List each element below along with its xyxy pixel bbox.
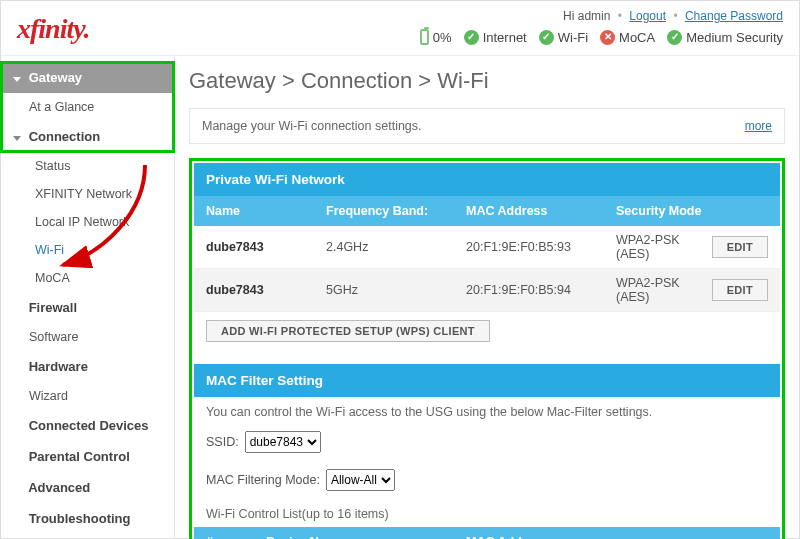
- sidebar-group-connection[interactable]: Connection: [1, 121, 174, 152]
- col-name: Name: [206, 204, 326, 218]
- status-wifi: Wi-Fi: [558, 30, 588, 45]
- sidebar-label: Advanced: [28, 480, 90, 495]
- add-wps-client-button[interactable]: ADD WI-FI PROTECTED SETUP (WPS) CLIENT: [206, 320, 490, 342]
- sidebar-label: Parental Control: [29, 449, 130, 464]
- edit-button[interactable]: EDIT: [712, 279, 768, 301]
- status-security: Medium Security: [686, 30, 783, 45]
- logout-link[interactable]: Logout: [629, 9, 666, 23]
- chevron-right-icon: [13, 453, 21, 461]
- chevron-down-icon: [13, 77, 21, 82]
- ssid-label: SSID:: [206, 435, 239, 449]
- panel-title-private-wifi: Private Wi-Fi Network: [194, 163, 780, 196]
- brand-logo: xfinity.: [17, 13, 90, 45]
- sidebar-item-local-ip[interactable]: Local IP Network: [1, 208, 174, 236]
- sidebar-group-connected-devices[interactable]: Connected Devices: [1, 410, 174, 441]
- control-list-label: Wi-Fi Control List(up to 16 items): [194, 499, 780, 525]
- cell-freq: 2.4GHz: [326, 240, 466, 254]
- chevron-down-icon: [13, 136, 21, 141]
- col-freq: Frequency Band:: [326, 204, 466, 218]
- check-icon: ✓: [667, 30, 682, 45]
- cell-name: dube7843: [206, 283, 326, 297]
- help-text: Manage your Wi-Fi connection settings.: [202, 119, 422, 133]
- check-icon: ✓: [464, 30, 479, 45]
- chevron-right-icon: [13, 363, 21, 371]
- sidebar-item-xfinity-network[interactable]: XFINITY Network: [1, 180, 174, 208]
- sidebar-group-gateway[interactable]: Gateway: [1, 62, 174, 93]
- x-icon: ✕: [600, 30, 615, 45]
- sidebar-group-troubleshooting[interactable]: Troubleshooting: [1, 503, 174, 534]
- more-link[interactable]: more: [745, 119, 772, 133]
- sidebar-item-at-a-glance[interactable]: At a Glance: [1, 93, 174, 121]
- ssid-select[interactable]: dube7843: [245, 431, 321, 453]
- cell-freq: 5GHz: [326, 283, 466, 297]
- listcol-mac: MAC Address: [466, 535, 768, 539]
- sidebar-item-software[interactable]: Software: [1, 323, 174, 351]
- mac-filter-desc: You can control the Wi-Fi access to the …: [194, 397, 780, 423]
- sidebar-item-moca[interactable]: MoCA: [1, 264, 174, 292]
- listcol-num: #: [206, 535, 266, 539]
- breadcrumb: Gateway > Connection > Wi-Fi: [189, 64, 785, 108]
- battery-percent: 0%: [433, 30, 452, 45]
- user-bar: Hi admin • Logout • Change Password: [563, 9, 783, 23]
- sidebar-label: Troubleshooting: [29, 511, 131, 526]
- col-sec: Security Mode: [616, 204, 768, 218]
- edit-button[interactable]: EDIT: [712, 236, 768, 258]
- sidebar-label: Connected Devices: [29, 418, 149, 433]
- separator: •: [614, 9, 626, 23]
- listcol-device: Device Name: [266, 535, 466, 539]
- separator: •: [669, 9, 681, 23]
- status-internet: Internet: [483, 30, 527, 45]
- wifi-row: dube7843 5GHz 20:F1:9E:F0:B5:94 WPA2-PSK…: [194, 269, 780, 312]
- cell-sec: WPA2-PSK (AES): [616, 233, 712, 261]
- sidebar-label: Hardware: [29, 359, 88, 374]
- cell-sec: WPA2-PSK (AES): [616, 276, 712, 304]
- col-mac: MAC Address: [466, 204, 616, 218]
- sidebar-label: Gateway: [29, 70, 82, 85]
- mac-mode-label: MAC Filtering Mode:: [206, 473, 320, 487]
- sidebar-item-wizard[interactable]: Wizard: [1, 382, 174, 410]
- sidebar-group-advanced[interactable]: Advanced: [1, 472, 174, 503]
- sidebar: Gateway At a Glance Connection Status XF…: [1, 56, 175, 539]
- cell-name: dube7843: [206, 240, 326, 254]
- chevron-right-icon: [13, 515, 21, 523]
- panel-title-mac-filter: MAC Filter Setting: [194, 364, 780, 397]
- sidebar-item-status[interactable]: Status: [1, 152, 174, 180]
- sidebar-group-parental-control[interactable]: Parental Control: [1, 441, 174, 472]
- change-password-link[interactable]: Change Password: [685, 9, 783, 23]
- mac-mode-select[interactable]: Allow-All: [326, 469, 395, 491]
- check-icon: ✓: [539, 30, 554, 45]
- sidebar-label: Connection: [29, 129, 101, 144]
- wifi-row: dube7843 2.4GHz 20:F1:9E:F0:B5:93 WPA2-P…: [194, 226, 780, 269]
- chevron-right-icon: [13, 304, 21, 312]
- sidebar-item-wifi[interactable]: Wi-Fi: [1, 236, 174, 264]
- greeting-text: Hi admin: [563, 9, 610, 23]
- sidebar-group-hardware[interactable]: Hardware: [1, 351, 174, 382]
- status-moca: MoCA: [619, 30, 655, 45]
- sidebar-label: Firewall: [29, 300, 77, 315]
- sidebar-group-firewall[interactable]: Firewall: [1, 292, 174, 323]
- cell-mac: 20:F1:9E:F0:B5:94: [466, 283, 616, 297]
- battery-icon: [420, 29, 429, 45]
- cell-mac: 20:F1:9E:F0:B5:93: [466, 240, 616, 254]
- chevron-right-icon: [13, 422, 21, 430]
- chevron-right-icon: [13, 484, 21, 492]
